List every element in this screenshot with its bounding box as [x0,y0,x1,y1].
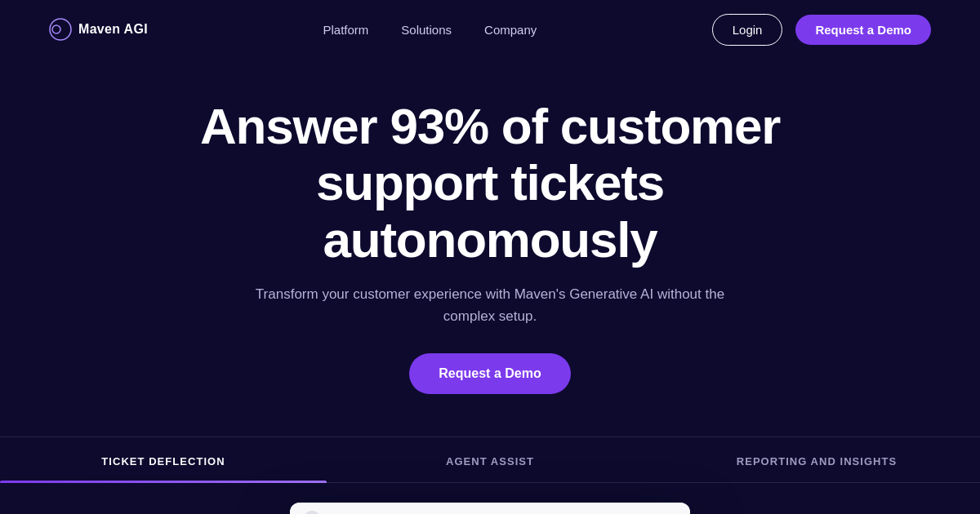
nav-actions: Login Request a Demo [712,14,931,46]
logo-text: Maven AGI [78,22,148,37]
chat-title-left: T Travel Co 2 references ∨ [303,511,444,514]
nav-company[interactable]: Company [484,23,537,37]
login-button[interactable]: Login [712,14,783,46]
tab-ticket-deflection[interactable]: TICKET DEFLECTION [0,437,327,482]
svg-point-1 [52,25,60,33]
chat-titlebar: T Travel Co 2 references ∨ 👍 👎 ↺ ✕ [290,503,690,514]
tab-reporting-insights[interactable]: REPORTING AND INSIGHTS [653,437,980,482]
hero-section: Answer 93% of customer support tickets a… [0,59,980,394]
tabs-section: TICKET DEFLECTION AGENT ASSIST REPORTING… [0,436,980,483]
tabs-row: TICKET DEFLECTION AGENT ASSIST REPORTING… [0,437,980,483]
logo-icon [49,18,72,41]
nav-solutions[interactable]: Solutions [401,23,452,37]
request-demo-hero-button[interactable]: Request a Demo [409,353,570,394]
logo[interactable]: Maven AGI [49,18,148,41]
request-demo-nav-button[interactable]: Request a Demo [795,15,931,45]
hero-subtitle: Transform your customer experience with … [253,284,727,327]
content-preview: T Travel Co 2 references ∨ 👍 👎 ↺ ✕ Alex [0,483,980,514]
navbar: Maven AGI Platform Solutions Company Log… [0,0,980,59]
nav-platform[interactable]: Platform [323,23,368,37]
nav-links: Platform Solutions Company [323,23,537,37]
hero-title: Answer 93% of customer support tickets a… [172,98,808,268]
chat-company-avatar: T [303,511,321,514]
chat-window: T Travel Co 2 references ∨ 👍 👎 ↺ ✕ Alex [290,503,690,514]
tab-agent-assist[interactable]: AGENT ASSIST [327,437,653,482]
